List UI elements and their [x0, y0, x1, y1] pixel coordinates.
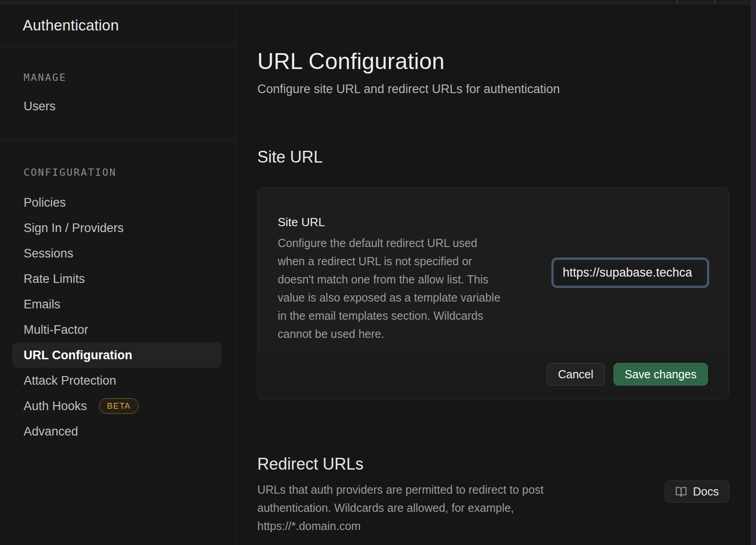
- toolbar-divider: [677, 0, 677, 4]
- site-url-card: Site URL Configure the default redirect …: [257, 187, 729, 400]
- configuration-items: Policies Sign In / Providers Sessions Ra…: [0, 190, 236, 444]
- docs-button-label: Docs: [693, 485, 719, 498]
- sidebar-item-users[interactable]: Users: [24, 99, 236, 114]
- sidebar-item-sign-in-providers[interactable]: Sign In / Providers: [0, 215, 236, 241]
- site-url-field-label: Site URL: [278, 213, 708, 231]
- sidebar-item-auth-hooks[interactable]: Auth Hooks BETA: [0, 393, 236, 419]
- site-url-field-description: Configure the default redirect URL used …: [278, 234, 532, 343]
- beta-badge: BETA: [99, 398, 139, 414]
- page-title: URL Configuration: [257, 48, 730, 74]
- sidebar-item-attack-protection[interactable]: Attack Protection: [0, 368, 236, 393]
- sidebar-title: Authentication: [23, 17, 119, 34]
- sidebar-item-url-configuration[interactable]: URL Configuration: [12, 342, 221, 368]
- sidebar-section-manage: MANAGE Users: [0, 46, 236, 140]
- description-line: cannot be used here.: [278, 325, 532, 343]
- page-header: URL Configuration Configure site URL and…: [257, 48, 730, 96]
- sidebar-item-emails[interactable]: Emails: [0, 292, 236, 317]
- site-url-card-footer: Cancel Save changes: [258, 351, 729, 399]
- site-url-input[interactable]: [553, 259, 708, 287]
- description-line: authentication. Wildcards are allowed, f…: [257, 499, 544, 517]
- sidebar-item-sessions[interactable]: Sessions: [0, 241, 236, 266]
- description-line: in the email templates section. Wildcard…: [278, 307, 532, 325]
- auth-hooks-label: Auth Hooks: [24, 399, 87, 413]
- description-line: when a redirect URL is not specified or: [278, 252, 532, 270]
- main-content: URL Configuration Configure site URL and…: [236, 5, 751, 545]
- sidebar-header: Authentication: [0, 5, 236, 46]
- sidebar-item-rate-limits[interactable]: Rate Limits: [0, 266, 236, 292]
- site-url-card-body: Site URL Configure the default redirect …: [258, 188, 729, 351]
- section-label-configuration: CONFIGURATION: [0, 167, 236, 178]
- description-line: Configure the default redirect URL used: [278, 234, 532, 252]
- section-label-manage: MANAGE: [24, 72, 236, 83]
- redirect-urls-section-heading: Redirect URLs: [257, 454, 730, 474]
- page-subtitle: Configure site URL and redirect URLs for…: [257, 82, 730, 96]
- description-line: doesn't match one from the allow list. T…: [278, 270, 532, 288]
- toolbar-divider: [714, 0, 715, 4]
- redirect-urls-row: URLs that auth providers are permitted t…: [257, 481, 729, 535]
- docs-button[interactable]: Docs: [665, 481, 729, 503]
- auth-sidebar: Authentication MANAGE Users CONFIGURATIO…: [0, 5, 236, 545]
- redirect-urls-description: URLs that auth providers are permitted t…: [257, 481, 544, 535]
- book-open-icon: [675, 486, 687, 498]
- site-url-section-heading: Site URL: [257, 147, 730, 167]
- description-line: value is also exposed as a template vari…: [278, 288, 532, 307]
- top-toolbar-edge: [0, 0, 751, 4]
- description-line: https://*.domain.com: [257, 517, 544, 535]
- cancel-button[interactable]: Cancel: [547, 363, 605, 386]
- sidebar-item-policies[interactable]: Policies: [0, 190, 236, 215]
- sidebar-section-configuration: CONFIGURATION Policies Sign In / Provide…: [0, 140, 236, 444]
- save-changes-button[interactable]: Save changes: [614, 363, 708, 386]
- description-line: URLs that auth providers are permitted t…: [257, 481, 544, 499]
- sidebar-item-advanced[interactable]: Advanced: [0, 419, 236, 444]
- right-panel-edge: [751, 0, 756, 545]
- sidebar-item-multi-factor[interactable]: Multi-Factor: [0, 317, 236, 342]
